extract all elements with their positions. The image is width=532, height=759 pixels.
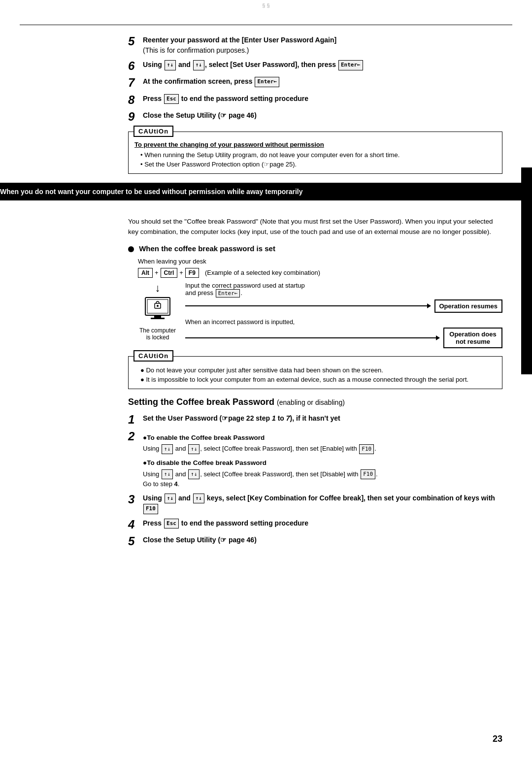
bottom-step-1: 1 Set the User Password (☞page 22 step 1… (128, 413, 502, 426)
key-updown-disable-2: ↑↓ (188, 469, 200, 480)
arrow-line-not-resume (185, 337, 439, 338)
key-enter-diagram: Enter← (216, 289, 240, 297)
key-updown-2: ↑↓ (193, 60, 204, 70)
bottom-step-1-text: Set the User Password (☞page 22 step 1 t… (143, 413, 502, 424)
bottom-step-number-3: 3 (128, 493, 143, 506)
bottom-step-4: 4 Press Esc to end the password setting … (128, 518, 502, 531)
disable-heading: ●To disable the Coffee break Password (143, 458, 502, 468)
key-updown-enable-2: ↑↓ (188, 444, 200, 455)
bottom-step-5-text: Close the Setup Utility (☞ page 46) (143, 535, 502, 545)
computer-svg (143, 297, 172, 324)
step-number-5: 5 (128, 35, 143, 48)
key-combo-row: Alt + Ctrl + F9 (Example of a selected k… (138, 268, 502, 278)
incorrect-label: When an incorrect password is inputted, (185, 319, 502, 326)
caution-title-1: To prevent the changing of your password… (134, 141, 496, 148)
enable-heading: ●To enable the Coffee break Password (143, 433, 502, 443)
step-7: 7 At the confirmation screen, press Ente… (128, 76, 502, 89)
svg-rect-2 (154, 315, 161, 318)
diagram-area: When leaving your desk Alt + Ctrl + F9 (… (138, 258, 502, 348)
setting-title-bold: Setting the Coffee break Password (128, 397, 274, 407)
bottom-step-3: 3 Using ↑↓ and ↑↓ keys, select [Key Comb… (128, 493, 502, 514)
computer-icon-locked (143, 297, 172, 325)
key-updown-enable-1: ↑↓ (162, 444, 173, 455)
step-9-content: Close the Setup Utility (☞ page 46) (143, 111, 257, 119)
step-number-7: 7 (128, 76, 143, 89)
arrow-down-icon: ↓ (155, 283, 161, 294)
bottom-step-2: 2 ●To enable the Coffee break Password U… (128, 430, 502, 489)
setting-subtitle: (enabling or disabling) (277, 398, 345, 406)
caution-label-1: CAUtiOn (133, 126, 173, 137)
key-updown-3b: ↑↓ (193, 494, 204, 504)
bottom-step-number-1: 1 (128, 413, 143, 426)
black-bar-section: When you do not want your computer to be… (0, 183, 532, 200)
step-8-text: Press Esc to end the password setting pr… (143, 94, 502, 104)
step-5: 5 Reenter your password at the [Enter Us… (128, 35, 502, 56)
key-enter-6: Enter← (338, 60, 363, 70)
operation-not-resume-text: Operation doesnot resume (449, 330, 496, 345)
step-number-9: 9 (128, 110, 143, 123)
arrow-line-resumes (185, 305, 431, 306)
operation-not-resume-box: Operation doesnot resume (443, 328, 502, 348)
section-intro: You should set the "Coffee break Passwor… (128, 216, 502, 237)
page-decoration: § § (262, 2, 269, 8)
bottom-step-5: 5 Close the Setup Utility (☞ page 46) (128, 535, 502, 548)
svg-rect-3 (151, 318, 165, 319)
step-9: 9 Close the Setup Utility (☞ page 46) (128, 110, 502, 123)
step-8: 8 Press Esc to end the password setting … (128, 94, 502, 106)
operation-resumes-box: Operation resumes (434, 299, 503, 313)
right-sidebar-bar (521, 167, 532, 374)
key-enter-7: Enter← (255, 77, 279, 87)
operation-resumes-text: Operation resumes (439, 302, 498, 310)
key-f10-disable: F10 (361, 469, 375, 480)
leaving-desk-label: When leaving your desk (138, 258, 502, 265)
step-5-sub: (This is for confirmation purposes.) (143, 46, 249, 54)
bullet-dot-1 (128, 246, 134, 252)
step-5-main: Reenter your password at the [Enter User… (143, 36, 336, 44)
caution-box-2: CAUtiOn ● Do not leave your computer jus… (128, 356, 502, 389)
bottom-step-number-4: 4 (128, 518, 143, 531)
bottom-step-number-2: 2 (128, 430, 143, 443)
bottom-step-number-5: 5 (128, 535, 143, 548)
bottom-step-4-content: Press Esc to end the password setting pr… (143, 519, 308, 527)
bottom-step-5-content: Close the Setup Utility (☞ page 46) (143, 536, 257, 544)
key-updown-3a: ↑↓ (165, 494, 176, 504)
key-f10-enable: F10 (359, 444, 374, 455)
key-alt: Alt (138, 268, 153, 278)
step-9-text: Close the Setup Utility (☞ page 46) (143, 110, 502, 121)
arrowhead-resumes (427, 303, 431, 308)
step-5-text: Reenter your password at the [Enter User… (143, 35, 502, 56)
caution-bullet-1-1: • When running the Setup Utility program… (140, 150, 496, 160)
bottom-step-4-text: Press Esc to end the password setting pr… (143, 518, 502, 529)
input-instruction: Input the correct password used at start… (185, 282, 502, 297)
black-bar-text: When you do not want your computer to be… (0, 188, 303, 196)
caution-bullet-2-2: ● It is impossible to lock your computer… (140, 375, 496, 385)
caution-box-1: CAUtiOn To prevent the changing of your … (128, 132, 502, 174)
left-column: ↓ (138, 282, 177, 341)
step-6-text: Using ↑↓ and ↑↓, select [Set User Passwo… (143, 60, 502, 70)
caution-label-2: CAUtiOn (133, 350, 173, 362)
coffee-break-heading-text: When the coffee break password is set (139, 244, 275, 253)
caution-2-bullets: ● Do not leave your computer just after … (134, 365, 496, 385)
step-7-content: At the confirmation screen, press Enter← (143, 77, 280, 85)
key-updown-1: ↑↓ (165, 60, 176, 70)
bottom-step-3-content: Using ↑↓ and ↑↓ keys, select [Key Combin… (143, 494, 495, 513)
main-content: 5 Reenter your password at the [Enter Us… (128, 25, 502, 174)
caution-bullet-2-1: ● Do not leave your computer just after … (140, 365, 496, 375)
diagram-body: ↓ (138, 282, 502, 348)
arrowhead-not-resume (436, 335, 440, 340)
arrow-not-resume-row: Operation doesnot resume (185, 328, 502, 348)
arrow-resumes-row: Operation resumes (185, 299, 502, 313)
enable-text: Using ↑↓ and ↑↓, select [Coffee break Pa… (143, 444, 502, 454)
coffee-break-heading: When the coffee break password is set (128, 244, 502, 253)
page-number: 23 (493, 734, 502, 744)
step-6: 6 Using ↑↓ and ↑↓, select [Set User Pass… (128, 60, 502, 72)
key-updown-disable-1: ↑↓ (162, 469, 173, 480)
coffee-break-content: You should set the "Coffee break Passwor… (128, 200, 502, 548)
plus-2: + (179, 269, 183, 276)
middle-column: Input the correct password used at start… (185, 282, 502, 348)
key-f9: F9 (185, 268, 199, 278)
key-esc-8: Esc (164, 94, 179, 104)
step-7-text: At the confirmation screen, press Enter← (143, 76, 502, 87)
bottom-step-2-text: ●To enable the Coffee break Password Usi… (143, 430, 502, 489)
step-number-6: 6 (128, 60, 143, 72)
